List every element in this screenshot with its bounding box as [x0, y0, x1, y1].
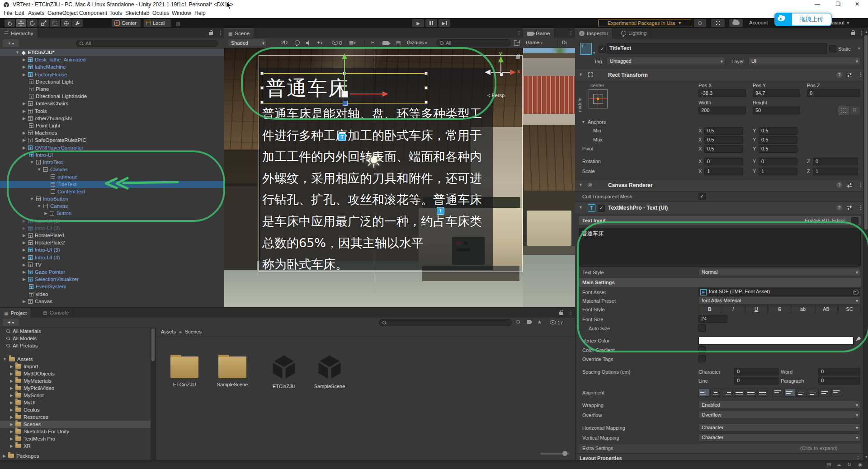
foldout-arrow[interactable]: ▶ [10, 363, 13, 370]
presets-icon[interactable] [847, 206, 852, 210]
hierarchy-item-safeoperaterulespic[interactable]: ▶SafeOperateRulesPIC [0, 136, 224, 144]
rotation-z-field[interactable]: 0 [813, 158, 858, 165]
rect-transform-header[interactable]: ▼ Rect Transform ? ⋮ [575, 69, 863, 81]
project-tree-item-myui[interactable]: ▶MyUI [0, 399, 151, 406]
project-tree-item-myscript[interactable]: ▶MyScript [0, 392, 151, 399]
align-justify-button[interactable] [734, 389, 745, 397]
align-flush-button[interactable] [745, 389, 756, 397]
hierarchy-item-intro-ui-1-[interactable]: ▶Intro-UI (1) [0, 217, 224, 225]
project-tree-item-oculus[interactable]: ▶Oculus [0, 406, 151, 413]
pause-button[interactable] [425, 19, 437, 27]
rotation-y-field[interactable]: 0 [759, 158, 797, 165]
align-center-button[interactable] [710, 389, 721, 397]
rect-handle[interactable] [260, 86, 264, 89]
enable-rtl-checkbox[interactable] [851, 217, 859, 225]
icon-picker-chevron[interactable]: ▾ [593, 51, 595, 55]
menu-oculus[interactable]: Oculus [152, 10, 169, 16]
game-menu-icon[interactable]: ⋮ [568, 30, 574, 36]
tab-lighting[interactable]: Lighting [617, 28, 651, 38]
menu-tools[interactable]: Tools [109, 10, 122, 16]
foldout-arrow[interactable]: ▶ [23, 246, 26, 253]
static-checkbox[interactable] [829, 45, 836, 52]
hierarchy-menu-icon[interactable]: ⋮ [218, 30, 223, 36]
netdisk-upload-widget[interactable]: 拖拽上传 [774, 13, 832, 26]
valign-top-button[interactable] [773, 389, 783, 397]
anchors-min-y-field[interactable]: 0.5 [759, 127, 797, 135]
status-refresh-icon[interactable]: ↻ [847, 462, 851, 468]
cull-transparent-mesh-checkbox[interactable]: ✓ [698, 193, 706, 200]
scale-x-field[interactable]: 1 [704, 168, 743, 175]
game-display2-cut[interactable]: Di [562, 40, 566, 45]
foldout-arrow[interactable]: ▶ [23, 71, 26, 78]
foldout-arrow[interactable]: ▼ [30, 159, 34, 166]
hierarchy-item-factoryhouse[interactable]: ▶FactoryHouse [0, 71, 224, 78]
layer-dropdown[interactable]: UI [748, 57, 860, 65]
foldout-arrow[interactable]: ▼ [30, 195, 34, 202]
help-icon[interactable]: ? [836, 182, 842, 188]
project-tree-item-sketchfab-for-unity[interactable]: ▶Sketchfab For Unity [0, 428, 151, 435]
font-style-ab[interactable]: ab [792, 305, 814, 313]
tmp-gizmo-icon[interactable]: T [437, 207, 444, 215]
menu-window[interactable]: Window [172, 10, 191, 16]
hierarchy-item-introtext[interactable]: ▼IntroText [0, 159, 224, 166]
hierarchy-item-video[interactable]: video [0, 291, 224, 298]
foldout-arrow[interactable]: ▶ [23, 261, 26, 268]
minimize-button[interactable]: — [808, 0, 826, 9]
layout-dropdown[interactable]: ayout ▼ [832, 20, 850, 25]
foldout-arrow[interactable]: ▶ [23, 298, 26, 305]
pos-z-field[interactable]: 0 [807, 89, 860, 97]
menu-edit[interactable]: Edit [15, 10, 24, 16]
raw-edit-button[interactable]: R [849, 106, 861, 115]
line-spacing-field[interactable]: 0 [734, 377, 778, 385]
directional-light-gizmo[interactable]: ☀ [364, 148, 383, 173]
anchors-foldout[interactable]: Anchors [588, 119, 606, 125]
hierarchy-item-button[interactable]: ▶Button [0, 210, 224, 217]
tmp-enabled-checkbox[interactable]: ✓ [598, 205, 605, 212]
hierarchy-item-eventsystem[interactable]: EventSystem [0, 283, 224, 290]
anchor-preset-widget[interactable] [589, 89, 608, 108]
status-activity-icon[interactable]: ◉ [858, 462, 863, 468]
hierarchy-item-lathemachine[interactable]: ▶latheMachine [0, 63, 224, 70]
word-spacing-field[interactable]: 0 [818, 368, 860, 375]
scene-camera-icon[interactable] [382, 41, 389, 46]
font-style-s[interactable]: S [769, 305, 791, 313]
tab-project[interactable]: ▦Project [0, 308, 31, 318]
font-style-sc[interactable]: SC [838, 305, 861, 313]
asset-unity-etcinzju[interactable]: ETCinZJU [264, 353, 304, 398]
scene-lock-icon[interactable] [516, 56, 520, 59]
close-button[interactable]: ✕ [848, 0, 866, 9]
foldout-arrow[interactable]: ▶ [10, 442, 13, 450]
cloud-button[interactable] [729, 19, 743, 27]
foldout-arrow[interactable]: ▶ [44, 210, 47, 217]
hierarchy-item-canvas[interactable]: ▼Canvas [0, 202, 224, 210]
foldout-arrow[interactable]: ▶ [10, 370, 13, 377]
foldout-arrow[interactable]: ▶ [23, 63, 26, 70]
project-tree-item-resources[interactable]: ▶Resources [0, 413, 151, 421]
font-style-ab[interactable]: AB [815, 305, 838, 313]
hierarchy-search-input[interactable]: All [76, 40, 218, 47]
color-gradient-checkbox[interactable] [698, 346, 706, 353]
menu-help[interactable]: Help [194, 10, 206, 16]
hand-tool-button[interactable] [5, 19, 15, 27]
save-search-star-icon[interactable]: ★ [537, 319, 542, 325]
pivot-x-field[interactable]: 0.5 [704, 145, 743, 153]
game-display-dropdown[interactable]: Game ▾ [526, 40, 542, 45]
tab-hierarchy[interactable]: ☰Hierarchy [0, 28, 38, 38]
rotation-x-field[interactable]: 0 [704, 158, 743, 165]
extra-settings-bar[interactable]: Extra Settings (Click to expand) [579, 444, 861, 452]
foldout-arrow[interactable]: ▼ [37, 202, 41, 210]
foldout-arrow[interactable]: ▶ [23, 276, 26, 283]
status-cloud-icon[interactable]: ☁ [836, 462, 841, 468]
step-button[interactable]: ▶ [439, 19, 450, 27]
foldout-arrow[interactable]: ▶ [23, 129, 26, 136]
help-icon[interactable]: ? [836, 72, 842, 78]
asset-unity-samplescene[interactable]: SampleScene [309, 353, 350, 398]
asset-zoom-slider[interactable] [540, 453, 569, 455]
foldout-arrow[interactable]: ▶ [23, 56, 26, 63]
project-tree-item-mymaterials[interactable]: ▶MyMaterials [0, 377, 151, 385]
hierarchy-item-plane[interactable]: Plane [0, 85, 224, 93]
hierarchy-item-point-light[interactable]: Point Light [0, 122, 224, 129]
game-viewport[interactable] [523, 48, 575, 307]
hierarchy-item-tools[interactable]: ▶Tools [0, 108, 224, 115]
hierarchy-item-intro-ui-3-[interactable]: ▶Intro-UI (3) [0, 246, 224, 253]
